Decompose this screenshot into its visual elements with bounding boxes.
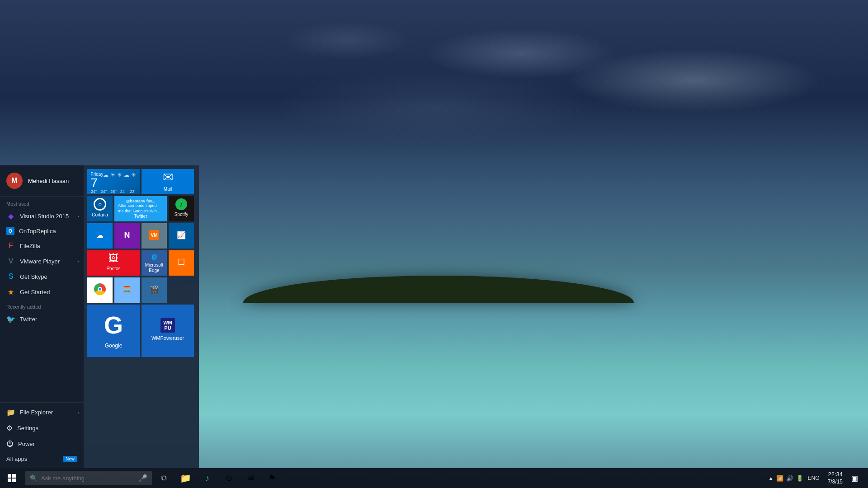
app-label: Get Skype <box>20 273 47 280</box>
start-left-panel: M Mehedi Hassan Most used ◆ Visual Studi… <box>0 165 84 468</box>
tile-wmpoweruser[interactable]: WMPU WMPoweruser <box>142 305 194 357</box>
arrow-icon: › <box>77 258 79 264</box>
user-name: Mehedi Hassan <box>28 178 69 184</box>
file-explorer-taskbar-icon: 📁 <box>180 473 191 483</box>
user-section[interactable]: M Mehedi Hassan <box>0 165 84 197</box>
chrome-taskbar-icon: ⊙ <box>226 473 232 483</box>
settings-icon: ⚙ <box>6 424 13 432</box>
wmpoweruser-logo: WMPU <box>160 318 175 333</box>
all-apps-label: All apps <box>6 455 27 462</box>
weather-lows: 16°16°17°15°16° <box>91 194 136 194</box>
search-bar[interactable]: 🔍 🎤 <box>25 471 152 485</box>
clock[interactable]: 22:34 7/8/15 <box>828 471 843 485</box>
tile-twitter-label: Twitter <box>134 214 147 219</box>
arrow-icon: › <box>77 213 79 219</box>
mail-icon: ✉ <box>163 170 173 185</box>
task-view-button[interactable]: ⧉ <box>154 468 174 488</box>
all-apps-row[interactable]: All apps New <box>0 451 84 466</box>
tile-photos-label: Photos <box>106 266 120 272</box>
app-label: OnTopReplica <box>19 228 56 235</box>
tile-vmworkstation2[interactable]: ☐ <box>169 250 194 276</box>
tile-onedrive[interactable]: ☁ <box>87 223 113 249</box>
calc-icon: 🧮 <box>123 285 132 294</box>
app-item-ontop[interactable]: O OnTopReplica <box>0 224 84 238</box>
film-icon: 🎬 <box>150 285 159 294</box>
app-item-get-started[interactable]: ★ Get Started <box>0 284 84 300</box>
weather-temps: 24°24°26°24°23° <box>91 189 136 194</box>
tiles-grid: Friday 7 ☁☀☀☁☀ 24°24°26°24°23° 16°16°17°… <box>87 169 195 357</box>
file-explorer-action[interactable]: 📁 File Explorer › <box>0 404 84 420</box>
app-item-filezilla[interactable]: F FileZilla <box>0 238 84 253</box>
chevron-up-icon[interactable]: ▲ <box>769 475 774 481</box>
tile-cortana[interactable]: ○ Cortana <box>87 196 113 221</box>
tile-vmworkstation[interactable]: VM <box>142 223 167 249</box>
avatar: M <box>6 173 23 189</box>
chrome-icon <box>94 283 106 295</box>
twitter-tweet: After someone tipped me that Google's Wi… <box>118 203 163 214</box>
tile-twitter[interactable]: @hemanv fav... After someone tipped me t… <box>114 196 167 221</box>
tile-google-label: Google <box>105 343 123 349</box>
action-label: File Explorer <box>20 409 53 416</box>
app-item-vmware[interactable]: V VMware Player › <box>0 253 84 269</box>
tile-trending[interactable]: 📈 <box>169 223 194 249</box>
network-icon[interactable]: 📶 <box>776 475 783 482</box>
photos-icon: 🖼 <box>108 253 118 264</box>
language-indicator[interactable]: ENG <box>808 475 820 481</box>
tile-photos[interactable]: 🖼 Photos <box>87 250 140 276</box>
new-badge: New <box>63 456 77 462</box>
tile-google[interactable]: G Google <box>87 305 140 357</box>
taskbar-mail[interactable]: ✉ <box>241 468 260 488</box>
speaker-icon[interactable]: 🔊 <box>786 475 793 482</box>
svg-rect-3 <box>12 479 16 482</box>
recently-added-label: Recently added <box>0 300 84 311</box>
google-icon: G <box>104 311 123 339</box>
app-label: VMware Player <box>20 258 60 265</box>
spotify-icon: ♪ <box>175 198 187 210</box>
search-input[interactable] <box>41 475 132 482</box>
tile-mail-label: Mail <box>164 187 172 192</box>
bottom-actions: 📁 File Explorer › ⚙ Settings ⏻ Power All… <box>0 402 84 468</box>
taskbar-spotify[interactable]: ♪ <box>197 468 217 488</box>
system-icons: ▲ 📶 🔊 🔋 <box>769 475 803 482</box>
tile-mail[interactable]: ✉ Mail <box>142 169 194 194</box>
power-icon: ⏻ <box>6 440 14 448</box>
taskbar-chrome[interactable]: ⊙ <box>219 468 239 488</box>
taskbar-left: 🔍 🎤 ⧉ 📁 ♪ ⊙ ✉ ⚑ <box>0 468 284 488</box>
date-display: 7/8/15 <box>828 479 843 486</box>
skype-icon: S <box>6 272 15 281</box>
power-action[interactable]: ⏻ Power <box>0 436 84 451</box>
app-item-skype[interactable]: S Get Skype <box>0 269 84 284</box>
tile-weather[interactable]: Friday 7 ☁☀☀☁☀ 24°24°26°24°23° 16°16°17°… <box>87 169 140 194</box>
start-button[interactable] <box>2 468 22 488</box>
settings-action[interactable]: ⚙ Settings <box>0 420 84 436</box>
file-explorer-icon: 📁 <box>6 408 15 417</box>
app-item-twitter[interactable]: 🐦 Twitter <box>0 311 84 327</box>
microphone-icon: 🎤 <box>138 474 147 483</box>
tile-film[interactable]: 🎬 <box>142 277 167 303</box>
ontop-icon: O <box>6 227 14 235</box>
tile-spotify-label: Spotify <box>175 212 189 217</box>
filezilla-icon: F <box>6 241 15 250</box>
app-item-visual-studio[interactable]: ◆ Visual Studio 2015 › <box>0 208 84 224</box>
tile-calculator[interactable]: 🧮 <box>114 277 140 303</box>
tile-edge-label: Microsoft Edge <box>142 263 167 273</box>
start-menu: M Mehedi Hassan Most used ◆ Visual Studi… <box>0 165 199 468</box>
taskbar-right: ▲ 📶 🔊 🔋 ENG 22:34 7/8/15 ▣ <box>765 468 868 488</box>
weather-icons: ☁☀☀☁☀ <box>103 172 136 178</box>
tile-cortana-label: Cortana <box>92 212 108 218</box>
start-right-panel[interactable]: Friday 7 ☁☀☀☁☀ 24°24°26°24°23° 16°16°17°… <box>84 165 199 468</box>
tile-chrome[interactable] <box>87 277 113 303</box>
taskbar-app5[interactable]: ⚑ <box>262 468 282 488</box>
app-label: FileZilla <box>20 243 40 249</box>
battery-icon: 🔋 <box>796 475 803 482</box>
search-icon: 🔍 <box>30 474 38 482</box>
tile-onenote[interactable]: N <box>114 223 140 249</box>
notification-icon: ▣ <box>851 474 858 483</box>
taskbar-file-explorer[interactable]: 📁 <box>175 468 195 488</box>
tile-edge[interactable]: e Microsoft Edge <box>142 250 167 276</box>
app5-taskbar-icon: ⚑ <box>269 473 276 483</box>
mail-taskbar-icon: ✉ <box>247 473 254 483</box>
windows-icon <box>8 474 16 482</box>
tile-spotify[interactable]: ♪ Spotify <box>169 196 194 221</box>
notification-button[interactable]: ▣ <box>844 468 864 488</box>
